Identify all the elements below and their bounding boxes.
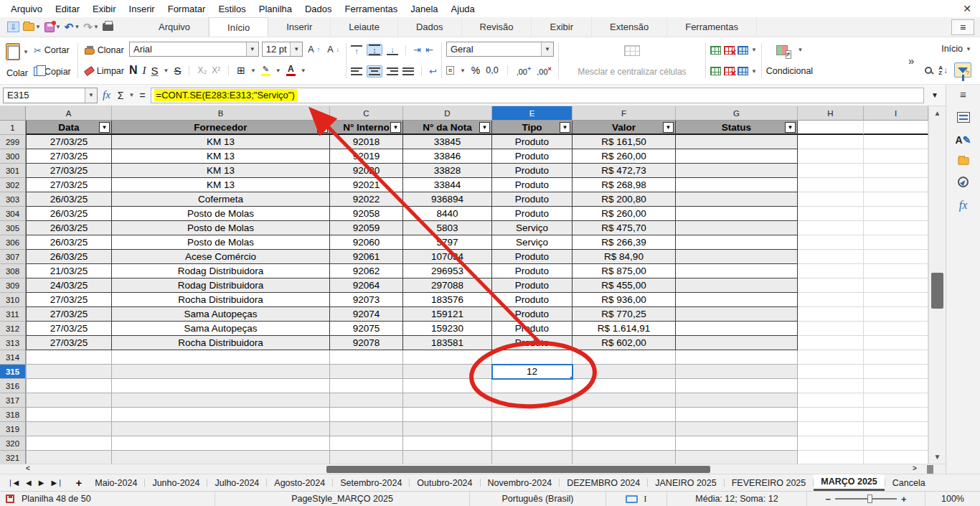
cell-A299[interactable]: 27/03/25: [26, 135, 112, 149]
cell-G300[interactable]: [676, 149, 798, 164]
cell-F314[interactable]: [573, 350, 676, 365]
currency-dropdown-icon[interactable]: ▼: [460, 67, 466, 74]
row-header-305[interactable]: 305: [0, 221, 26, 235]
ribbon-tab-exibir[interactable]: Exibir: [532, 17, 592, 37]
filter-button-data[interactable]: ▼: [99, 122, 110, 133]
fill-handle[interactable]: [570, 376, 573, 379]
cell-G317[interactable]: [676, 393, 798, 408]
cell-A317[interactable]: [26, 393, 112, 408]
subscript-button[interactable]: X₂: [197, 65, 207, 75]
cell-F319[interactable]: [573, 422, 676, 436]
align-right-icon[interactable]: [387, 67, 398, 76]
cell-A301[interactable]: 27/03/25: [26, 164, 112, 178]
cell-E316[interactable]: [492, 379, 573, 393]
cell-H303[interactable]: [798, 192, 864, 207]
close-icon[interactable]: ✕: [963, 3, 971, 14]
cell-C301[interactable]: 92020: [330, 164, 403, 178]
save-dropdown-icon[interactable]: ▼: [55, 24, 61, 30]
percent-format-icon[interactable]: %: [471, 65, 480, 76]
cell-B312[interactable]: Sama Autopeças: [112, 322, 330, 336]
cell-B311[interactable]: Sama Autopeças: [112, 307, 330, 322]
cell-D300[interactable]: 33846: [403, 149, 492, 164]
cell-I318[interactable]: [864, 408, 928, 422]
cell-H313[interactable]: [798, 336, 864, 350]
delete-column-icon[interactable]: ✕: [724, 67, 735, 75]
cell-B304[interactable]: Posto de Molas: [112, 207, 330, 221]
cell-F308[interactable]: R$ 875,00: [573, 264, 676, 278]
functions-icon[interactable]: fx: [959, 199, 968, 212]
cell-H302[interactable]: [798, 178, 864, 192]
undo-dropdown-icon[interactable]: ▼: [74, 24, 80, 30]
menu-janela[interactable]: Janela: [404, 2, 444, 16]
selection-mode-icon[interactable]: [626, 495, 638, 503]
cell-C303[interactable]: 92022: [330, 192, 403, 207]
delete-decimal-icon[interactable]: ,00×: [537, 65, 552, 76]
row-header-314[interactable]: 314: [0, 350, 26, 365]
cell-F312[interactable]: R$ 1.614,91: [573, 322, 676, 336]
rows-menu-icon[interactable]: [738, 46, 748, 55]
add-decimal-icon[interactable]: ,00+: [517, 65, 532, 76]
cell-G306[interactable]: [676, 235, 798, 250]
redo-button[interactable]: ↷▼: [83, 21, 99, 34]
cell-E299[interactable]: Produto: [492, 135, 573, 149]
cell-B309[interactable]: Rodag Distribuidora: [112, 278, 330, 293]
cell-D316[interactable]: [403, 379, 492, 393]
cell-E320[interactable]: [492, 436, 573, 451]
insert-row-above-icon[interactable]: [710, 46, 721, 55]
cell-E321[interactable]: [492, 451, 573, 464]
cell-I301[interactable]: [864, 164, 928, 178]
cell-C311[interactable]: 92074: [330, 307, 403, 322]
increase-indent-icon[interactable]: ⇥: [413, 44, 421, 55]
cell-B307[interactable]: Acese Comércio: [112, 250, 330, 264]
menu-formatar[interactable]: Formatar: [161, 2, 212, 16]
scroll-down-icon[interactable]: ▼: [929, 453, 946, 461]
row-header-319[interactable]: 319: [0, 422, 26, 436]
add-sheet-button[interactable]: +: [70, 474, 88, 491]
cell-G314[interactable]: [676, 350, 798, 365]
menu-ferramentas[interactable]: Ferramentas: [339, 2, 405, 16]
sidebar-settings-icon[interactable]: ≡: [960, 88, 966, 100]
merge-cells-icon[interactable]: [624, 45, 640, 56]
cell-H315[interactable]: [798, 365, 864, 379]
cell-C315[interactable]: [330, 365, 403, 379]
toolbar-overflow-icon[interactable]: »: [898, 55, 923, 67]
menu-planilha[interactable]: Planilha: [253, 2, 298, 16]
cell-D318[interactable]: [403, 408, 492, 422]
menu-ajuda[interactable]: Ajuda: [445, 2, 481, 16]
row-header-304[interactable]: 304: [0, 207, 26, 221]
ribbon-tab-dados[interactable]: Dados: [398, 17, 462, 37]
column-header-e[interactable]: E: [492, 106, 573, 121]
column-header-b[interactable]: B: [112, 106, 330, 121]
row-header-308[interactable]: 308: [0, 264, 26, 278]
row-header-317[interactable]: 317: [0, 393, 26, 408]
align-center-button[interactable]: [367, 65, 382, 78]
cell-C299[interactable]: 92018: [330, 135, 403, 149]
cell-E319[interactable]: [492, 422, 573, 436]
row-header-300[interactable]: 300: [0, 149, 26, 164]
cell-I317[interactable]: [864, 393, 928, 408]
cell-G299[interactable]: [676, 135, 798, 149]
sheet-tab-novembro-2024[interactable]: Novembro-2024: [481, 474, 560, 491]
cell-A308[interactable]: 21/03/25: [26, 264, 112, 278]
cell-D317[interactable]: [403, 393, 492, 408]
cell-D312[interactable]: 159230: [403, 322, 492, 336]
delete-row-icon[interactable]: ✕: [724, 46, 735, 55]
menu-editar[interactable]: Editar: [49, 2, 86, 16]
cell-F304[interactable]: R$ 260,00: [573, 207, 676, 221]
cell-I305[interactable]: [864, 221, 928, 235]
cell-H1[interactable]: [798, 121, 864, 135]
row-header-316[interactable]: 316: [0, 379, 26, 393]
filter-button-valor[interactable]: ▼: [663, 122, 674, 133]
cell-C317[interactable]: [330, 393, 403, 408]
column-header-f[interactable]: F: [573, 106, 676, 121]
ribbon-tab-ferramentas[interactable]: Ferramentas: [667, 17, 757, 37]
font-color-icon[interactable]: A: [286, 65, 296, 76]
cell-F317[interactable]: [573, 393, 676, 408]
cell-D307[interactable]: 107034: [403, 250, 492, 264]
columns-menu-icon[interactable]: [738, 67, 748, 75]
filter-button-fornecedor[interactable]: ▼: [317, 122, 328, 133]
cell-F303[interactable]: R$ 200,80: [573, 192, 676, 207]
italic-button[interactable]: I: [143, 65, 146, 77]
cell-A321[interactable]: [26, 451, 112, 464]
font-size-dropdown-icon[interactable]: ▼: [290, 42, 302, 56]
